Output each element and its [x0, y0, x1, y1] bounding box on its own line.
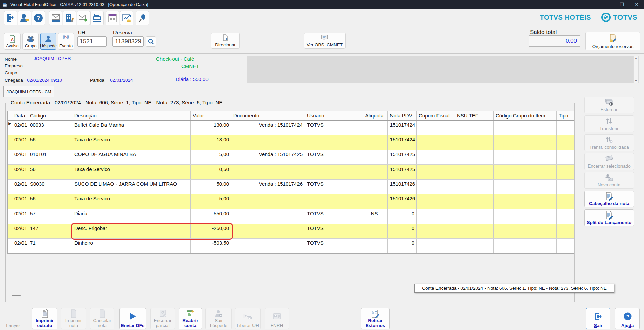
chart-coins-toolbar-button[interactable] — [120, 11, 133, 25]
table-cell[interactable] — [455, 121, 494, 135]
table-cell[interactable]: TOTVS — [305, 150, 361, 164]
table-row[interactable]: 02/01S0030SUCO DE LIMAO - JARRA COM UM L… — [8, 180, 574, 194]
table-cell[interactable] — [417, 224, 455, 238]
table-cell[interactable] — [417, 135, 455, 150]
mail-send-toolbar-button[interactable] — [77, 11, 90, 25]
split-do-lancamento-button[interactable]: Split do Lançamento — [584, 209, 634, 226]
encerrar-selecionado-button[interactable]: Encerrar selecionado — [584, 153, 634, 170]
reserva-input[interactable] — [112, 36, 144, 47]
table-cell[interactable] — [557, 150, 574, 164]
table-cell[interactable]: Taxa de Servico — [72, 194, 191, 209]
imprimir-nota-button[interactable]: Imprimir nota — [61, 308, 86, 329]
ver-obs-cmnet-button[interactable]: Ver OBS. CMNET — [304, 33, 346, 49]
table-cell[interactable] — [455, 239, 494, 253]
table-cell[interactable] — [557, 121, 574, 135]
table-cell[interactable] — [417, 165, 455, 179]
table-cell[interactable]: TOTVS — [305, 224, 361, 238]
close-button[interactable]: ✕ — [629, 0, 644, 9]
table-cell[interactable]: Desc. Frigobar — [72, 224, 191, 238]
table-cell[interactable]: 02/01 — [12, 121, 28, 135]
table-cell[interactable] — [417, 121, 455, 135]
table-cell[interactable]: 13,00 — [191, 135, 231, 150]
table-cell[interactable]: NS — [361, 209, 388, 224]
table-cell[interactable] — [494, 121, 557, 135]
row-selector-cell[interactable] — [8, 135, 12, 150]
table-cell[interactable] — [494, 224, 557, 238]
table-cell[interactable]: 147 — [28, 224, 72, 238]
cash-register-toolbar-button[interactable] — [90, 11, 104, 25]
row-selector-cell[interactable] — [8, 194, 12, 209]
column-header[interactable]: Código Grupo do Item — [494, 111, 557, 120]
table-cell[interactable]: TOTVS — [305, 180, 361, 194]
encerrar-parcial-button[interactable]: Encerrar parcial — [150, 308, 175, 329]
table-row[interactable]: 02/0156Taxa de Servico5,00151017426 — [8, 194, 574, 209]
column-header[interactable]: Data — [12, 111, 28, 120]
table-cell[interactable]: COPO DE AGUA MINALBA — [72, 150, 191, 164]
table-cell[interactable] — [361, 180, 388, 194]
table-cell[interactable]: 151017425 — [388, 165, 417, 179]
table-cell[interactable] — [361, 165, 388, 179]
table-cell[interactable] — [494, 165, 557, 179]
table-cell[interactable] — [557, 165, 574, 179]
mode-button-avulsa[interactable]: A Avulsa — [4, 33, 21, 50]
table-cell[interactable] — [361, 194, 388, 209]
sair-button[interactable]: Sair — [586, 308, 610, 329]
exit-toolbar-button[interactable] — [4, 11, 17, 25]
column-header[interactable]: Tipo — [557, 111, 574, 120]
transf-consolidada-button[interactable]: Transf. consolidada — [584, 134, 634, 151]
company-edit-toolbar-button[interactable] — [63, 11, 76, 25]
row-selector-cell[interactable] — [8, 224, 12, 238]
table-cell[interactable]: 151017426 — [388, 180, 417, 194]
table-cell[interactable] — [494, 209, 557, 224]
table-cell[interactable]: 151017425 — [388, 150, 417, 164]
table-row[interactable]: 02/0156Taxa de Servico13,00151017424 — [8, 135, 574, 150]
table-cell[interactable]: Taxa de Servico — [72, 135, 191, 150]
column-header[interactable]: Documento — [231, 111, 305, 120]
table-cell[interactable] — [494, 180, 557, 194]
table-cell[interactable]: 02/01 — [12, 239, 28, 253]
table-cell[interactable] — [494, 239, 557, 253]
table-cell[interactable] — [305, 165, 361, 179]
uh-input[interactable] — [77, 36, 107, 47]
table-cell[interactable]: 151017424 — [388, 135, 417, 150]
report-toolbar-button[interactable] — [106, 11, 119, 25]
table-cell[interactable] — [417, 209, 455, 224]
table-cell[interactable]: Taxa de Servico — [72, 165, 191, 179]
column-header[interactable]: Nota PDV — [388, 111, 417, 120]
table-cell[interactable]: 010101 — [28, 150, 72, 164]
table-cell[interactable]: 56 — [28, 194, 72, 209]
table-cell[interactable]: 02/01 — [12, 194, 28, 209]
table-cell[interactable]: 71 — [28, 239, 72, 253]
table-row[interactable]: 02/0157Diaria.550,00TOTVSNS0 — [8, 209, 574, 224]
table-cell[interactable] — [417, 180, 455, 194]
table-cell[interactable] — [455, 224, 494, 238]
table-row[interactable]: 02/0156Taxa de Servico0,50151017425 — [8, 165, 574, 180]
table-cell[interactable]: Venda : 151017425 — [231, 150, 305, 164]
table-cell[interactable]: 02/01 — [12, 165, 28, 179]
pin-toolbar-button[interactable] — [136, 11, 149, 25]
row-selector-cell[interactable] — [8, 239, 12, 253]
table-cell[interactable] — [361, 224, 388, 238]
row-selector-header[interactable] — [8, 111, 12, 120]
enviar-dfe-button[interactable]: Enviar DFe — [119, 308, 146, 329]
table-cell[interactable]: 02/01 — [12, 150, 28, 164]
minimize-button[interactable]: – — [600, 0, 614, 9]
table-cell[interactable] — [231, 209, 305, 224]
mode-button-hospede[interactable]: Hóspede — [40, 33, 56, 50]
table-cell[interactable] — [455, 209, 494, 224]
table-row[interactable]: 02/01147Desc. Frigobar-250,00TOTVS0 — [8, 224, 574, 239]
scroll-down-icon[interactable]: ▼ — [634, 79, 638, 82]
column-header[interactable]: Descrição — [72, 111, 191, 120]
row-selector-cell[interactable] — [8, 180, 12, 194]
table-cell[interactable]: 5,00 — [191, 194, 231, 209]
table-cell[interactable]: TOTVS — [305, 209, 361, 224]
table-cell[interactable] — [417, 150, 455, 164]
lancamentos-table[interactable]: DataCódigoDescriçãoValorDocumentoUsuário… — [7, 111, 574, 254]
table-cell[interactable]: 0,50 — [191, 165, 231, 179]
sair-hospede-button[interactable]: Sair hóspede — [205, 308, 232, 329]
table-row[interactable]: 02/01010101COPO DE AGUA MINALBA5,00Venda… — [8, 150, 574, 165]
observations-scrollbar[interactable]: ▲ ▼ — [633, 56, 639, 83]
table-cell[interactable]: Venda : 151017424 — [231, 121, 305, 135]
nova-conta-button[interactable]: Nova conta — [584, 172, 634, 189]
row-selector-cell[interactable] — [8, 165, 12, 179]
